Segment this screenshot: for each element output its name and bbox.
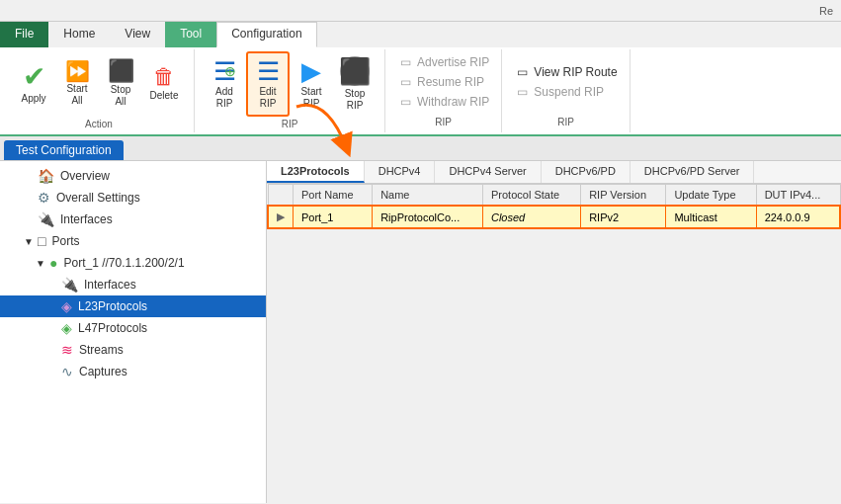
tree-port1-streams[interactable]: ≋ Streams <box>0 339 266 361</box>
overall-settings-label: Overall Settings <box>56 191 140 205</box>
stop-rip-icon: ⬛ <box>340 56 370 86</box>
delete-button[interactable]: 🗑 Delete <box>142 51 186 117</box>
tab-view[interactable]: View <box>110 22 165 47</box>
row-dut-ipv4: 224.0.0.9 <box>756 206 840 228</box>
add-rip-icon: ☰⊕ <box>213 58 236 84</box>
add-rip-label: AddRIP <box>215 86 233 110</box>
table-header: Port Name Name Protocol State RIP Versio… <box>268 185 840 207</box>
col-rip-version: RIP Version <box>581 185 666 207</box>
tab-tool[interactable]: Tool <box>165 22 216 47</box>
action-group: ✔ Apply ⏩ StartAll ⬛ StopAll 🗑 Delete Ac… <box>4 49 195 132</box>
rip-menu-label: RIP <box>393 115 493 129</box>
tab-home[interactable]: Home <box>48 22 110 47</box>
resume-rip-item[interactable]: ▭ Resume RIP <box>393 72 493 92</box>
ports-expand: ▼ <box>24 236 36 247</box>
tree-panel: 🏠 Overview ⚙ Overall Settings 🔌 Interfac… <box>0 161 267 503</box>
edit-rip-icon: ☰ <box>257 58 280 84</box>
rip-menu-group2: ▭ View RIP Route ▭ Suspend RIP RIP <box>502 49 630 132</box>
action-group-items: ✔ Apply ⏩ StartAll ⬛ StopAll 🗑 Delete <box>12 51 186 117</box>
advertise-rip-icon: ▭ <box>397 54 413 70</box>
row-expand-arrow[interactable]: ▶ <box>268 206 294 228</box>
edit-rip-button[interactable]: ☰ EditRIP <box>246 51 290 117</box>
action-group-label: Action <box>85 117 113 131</box>
col-protocol-state: Protocol State <box>482 185 580 207</box>
tab-dhcpv4-server[interactable]: DHCPv4 Server <box>435 161 541 183</box>
withdraw-rip-icon: ▭ <box>397 94 413 110</box>
apply-button[interactable]: ✔ Apply <box>12 51 55 117</box>
advertise-rip-item[interactable]: ▭ Advertise RIP <box>393 52 493 72</box>
title-bar: Re <box>0 0 841 22</box>
stop-all-button[interactable]: ⬛ StopAll <box>99 51 142 117</box>
withdraw-rip-item[interactable]: ▭ Withdraw RIP <box>393 92 493 112</box>
ports-icon: □ <box>38 233 45 249</box>
port1-l23-label: L23Protocols <box>78 299 147 313</box>
tree-interfaces[interactable]: 🔌 Interfaces <box>0 209 266 230</box>
table-row[interactable]: ▶ Port_1 RipProtocolCo... Closed RIPv2 M… <box>268 206 840 228</box>
arrow-svg <box>287 97 366 176</box>
rip-menu-items2: ▭ View RIP Route ▭ Suspend RIP <box>510 49 621 115</box>
tree-port1-interfaces[interactable]: 🔌 Interfaces <box>0 274 266 295</box>
ribbon: ✔ Apply ⏩ StartAll ⬛ StopAll 🗑 Delete Ac… <box>0 47 841 136</box>
tab-dhcpv4-label: DHCPv4 <box>378 165 421 177</box>
tree-overall-settings[interactable]: ⚙ Overall Settings <box>0 187 266 209</box>
suspend-rip-item[interactable]: ▭ Suspend RIP <box>510 82 621 102</box>
tab-dhcpv6pd-label: DHCPv6/PD <box>555 165 616 177</box>
tab-dhcpv4[interactable]: DHCPv4 <box>365 161 436 183</box>
tree-ports[interactable]: ▼ □ Ports <box>0 230 266 252</box>
rip-menu-group: ▭ Advertise RIP ▭ Resume RIP ▭ Withdraw … <box>385 49 502 132</box>
tab-dhcpv4-server-label: DHCPv4 Server <box>449 165 526 177</box>
port1-label: Port_1 //70.1.1.200/2/1 <box>63 256 184 270</box>
protocol-table: Port Name Name Protocol State RIP Versio… <box>267 184 841 229</box>
port1-l47-icon: ◈ <box>61 320 72 336</box>
add-rip-button[interactable]: ☰⊕ AddRIP <box>203 51 246 117</box>
interfaces-label: Interfaces <box>60 212 113 226</box>
stop-all-icon: ⬛ <box>108 60 134 82</box>
tab-configuration[interactable]: Configuration <box>216 22 316 47</box>
view-rip-route-label: View RIP Route <box>534 65 617 79</box>
overall-settings-icon: ⚙ <box>38 190 50 206</box>
start-all-icon: ⏩ <box>65 61 90 81</box>
table-container: Port Name Name Protocol State RIP Versio… <box>267 184 841 503</box>
tree-overview[interactable]: 🏠 Overview <box>0 165 266 187</box>
tree-port1-captures[interactable]: ∿ Captures <box>0 361 266 382</box>
withdraw-rip-label: Withdraw RIP <box>417 95 489 109</box>
suspend-rip-icon: ▭ <box>514 84 530 100</box>
port1-expand: ▼ <box>36 258 47 269</box>
ports-label: Ports <box>51 234 79 248</box>
tab-dhcpv6pd-server-label: DHCPv6/PD Server <box>644 165 740 177</box>
tab-dhcpv6pd-server[interactable]: DHCPv6/PD Server <box>631 161 755 183</box>
test-config-tab[interactable]: Test Configuration <box>4 140 124 160</box>
col-update-type: Update Type <box>666 185 756 207</box>
apply-icon: ✔ <box>23 63 45 91</box>
tree-port1-l47[interactable]: ◈ L47Protocols <box>0 317 266 339</box>
start-all-button[interactable]: ⏩ StartAll <box>55 51 99 117</box>
interfaces-icon: 🔌 <box>38 211 54 227</box>
advertise-rip-label: Advertise RIP <box>417 55 489 69</box>
resume-rip-label: Resume RIP <box>417 75 484 89</box>
view-rip-route-item[interactable]: ▭ View RIP Route <box>510 62 621 82</box>
rip-menu-items: ▭ Advertise RIP ▭ Resume RIP ▭ Withdraw … <box>393 49 493 115</box>
apply-label: Apply <box>21 93 45 105</box>
rip-menu2-label: RIP <box>510 115 621 129</box>
tree-port1[interactable]: ▼ ● Port_1 //70.1.1.200/2/1 <box>0 252 266 274</box>
tab-file[interactable]: File <box>0 22 48 47</box>
port1-captures-icon: ∿ <box>61 364 73 379</box>
row-update-type: Multicast <box>666 206 756 228</box>
tree-port1-l23[interactable]: ◈ L23Protocols <box>0 295 266 317</box>
col-port-name: Port Name <box>294 185 373 207</box>
content-panel: L23Protocols DHCPv4 DHCPv4 Server DHCPv6… <box>267 161 841 503</box>
port1-interfaces-icon: 🔌 <box>61 277 78 293</box>
port1-l23-icon: ◈ <box>61 298 72 314</box>
suspend-rip-label: Suspend RIP <box>534 85 604 99</box>
row-rip-version: RIPv2 <box>581 206 666 228</box>
row-name: RipProtocolCo... <box>373 206 483 228</box>
resume-rip-icon: ▭ <box>397 74 413 90</box>
main-content: 🏠 Overview ⚙ Overall Settings 🔌 Interfac… <box>0 161 841 503</box>
port1-streams-icon: ≋ <box>61 342 73 358</box>
start-all-label: StartAll <box>66 83 87 107</box>
view-rip-route-icon: ▭ <box>514 64 530 80</box>
stop-all-label: StopAll <box>111 84 131 108</box>
title-right: Re <box>819 5 833 17</box>
tab-dhcpv6pd[interactable]: DHCPv6/PD <box>542 161 631 183</box>
protocol-state-italic: Closed <box>491 211 525 223</box>
